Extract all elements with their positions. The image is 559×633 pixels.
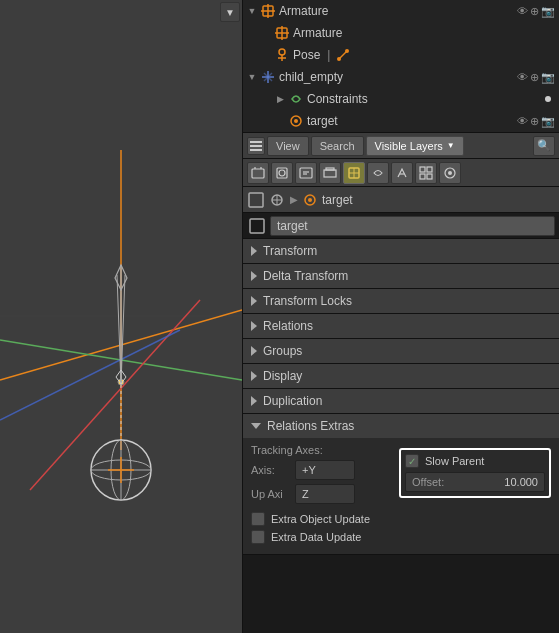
tracking-axes-label: Tracking Axes: [251, 444, 323, 456]
bone-icon [335, 47, 351, 63]
pose-icon [274, 47, 290, 63]
section-transform-header[interactable]: Transform [243, 239, 559, 263]
armature-icon [260, 3, 276, 19]
pose-separator: | [327, 48, 330, 62]
section-groups-header[interactable]: Groups [243, 339, 559, 363]
modifiers-icon [395, 166, 409, 180]
offset-field[interactable]: Offset: 10.000 [405, 472, 545, 492]
outliner-icons-target: 👁 ⊕ 📷 [517, 115, 555, 128]
constraints-prop-icon [371, 166, 385, 180]
collapse-child-empty[interactable]: ▼ [247, 72, 257, 82]
outliner-item-target[interactable]: ▶ target 👁 ⊕ 📷 [271, 110, 559, 132]
viewport-menu-btn[interactable]: ▼ [220, 2, 240, 22]
prop-icon-modifiers[interactable] [391, 162, 413, 184]
prop-icon-object[interactable] [343, 162, 365, 184]
breadcrumb-arrow: ▶ [290, 194, 298, 205]
section-relations-header[interactable]: Relations [243, 314, 559, 338]
camera-icon-target[interactable]: 📷 [541, 115, 555, 128]
up-axis-label: Up Axi [251, 488, 291, 500]
outliner-label-armature-child: Armature [293, 26, 342, 40]
prop-icon-constraints[interactable] [367, 162, 389, 184]
eye-icon-target[interactable]: 👁 [517, 115, 528, 128]
search-icon-btn[interactable]: 🔍 [533, 136, 555, 156]
eye-icon-armature[interactable]: 👁 [517, 5, 528, 18]
section-relations-extras-header[interactable]: Relations Extras [243, 414, 559, 438]
breadcrumb-icons [247, 191, 286, 209]
search-menu-btn[interactable]: Search [311, 136, 364, 156]
section-transform-locks: Transform Locks [243, 289, 559, 314]
camera-icon-empty[interactable]: 📷 [541, 71, 555, 84]
triangle-duplication [251, 396, 257, 406]
svg-rect-43 [252, 169, 264, 178]
offset-label: Offset: [406, 476, 450, 488]
target-input-area: target [243, 213, 559, 239]
collapse-armature-child[interactable]: ▶ [261, 28, 271, 38]
svg-rect-51 [324, 170, 336, 177]
prop-icon-scene[interactable] [247, 162, 269, 184]
right-panel: ▼ Armature 👁 ⊕ 📷 ▶ Armature [242, 0, 559, 633]
section-display-label: Display [263, 369, 302, 383]
section-delta-transform: Delta Transform [243, 264, 559, 289]
object-name-input[interactable]: target [270, 216, 555, 236]
outliner-item-constraints[interactable]: ▶ Constraints [271, 88, 559, 110]
camera-icon-armature[interactable]: 📷 [541, 5, 555, 18]
section-delta-transform-header[interactable]: Delta Transform [243, 264, 559, 288]
section-duplication-header[interactable]: Duplication [243, 389, 559, 413]
up-axis-row: Up Axi Z [251, 484, 391, 504]
triangle-transform-locks [251, 296, 257, 306]
outliner-item-child-empty[interactable]: ▼ child_empty 👁 ⊕ 📷 [243, 66, 559, 88]
constraints-list-icon [288, 91, 304, 107]
svg-rect-60 [427, 174, 432, 179]
extra-object-checkbox[interactable]: ✓ [251, 512, 265, 526]
outliner-item-armature-parent[interactable]: ▼ Armature 👁 ⊕ 📷 [243, 0, 559, 22]
axis-value-field[interactable]: +Y [295, 460, 355, 480]
properties-area: View Search Visible Layers ▼ 🔍 [243, 133, 559, 633]
outliner-label-child-empty: child_empty [279, 70, 343, 84]
section-groups: Groups [243, 339, 559, 364]
prop-icon-data[interactable] [415, 162, 437, 184]
outliner-mode-icon[interactable] [247, 137, 265, 155]
breadcrumb-bar: ▶ target [243, 187, 559, 213]
relations-extras-content: Tracking Axes: Axis: +Y Up Axi [243, 438, 559, 554]
slow-parent-row: ✓ Slow Parent [405, 454, 545, 468]
visible-layers-btn[interactable]: Visible Layers ▼ [366, 136, 464, 156]
outliner-label-target: target [307, 114, 338, 128]
prop-icon-material[interactable] [439, 162, 461, 184]
list-icon [249, 139, 263, 153]
armature-child-icon [274, 25, 290, 41]
tracking-axes-label-row: Tracking Axes: [251, 444, 391, 456]
outliner-item-pose[interactable]: ▶ Pose | [257, 44, 559, 66]
outliner-label-pose: Pose [293, 48, 320, 62]
eye-icon-empty[interactable]: 👁 [517, 71, 528, 84]
cursor-icon-target[interactable]: ⊕ [530, 115, 539, 128]
object-icon [347, 166, 361, 180]
collapse-armature[interactable]: ▼ [247, 6, 257, 16]
up-axis-value: Z [302, 488, 309, 500]
view-menu-label: View [276, 140, 300, 152]
up-axis-value-field[interactable]: Z [295, 484, 355, 504]
svg-rect-41 [250, 145, 262, 147]
visible-layers-label: Visible Layers [375, 140, 443, 152]
header-bar: View Search Visible Layers ▼ 🔍 [243, 133, 559, 159]
slow-parent-checkbox[interactable]: ✓ [405, 454, 419, 468]
section-transform-locks-header[interactable]: Transform Locks [243, 289, 559, 313]
extra-data-checkbox[interactable]: ✓ [251, 530, 265, 544]
cursor-icon-armature[interactable]: ⊕ [530, 5, 539, 18]
view-menu-btn[interactable]: View [267, 136, 309, 156]
svg-point-39 [294, 119, 298, 123]
prop-icon-output[interactable] [295, 162, 317, 184]
search-icon: 🔍 [537, 139, 551, 152]
target-icon [288, 113, 304, 129]
cursor-icon-empty[interactable]: ⊕ [530, 71, 539, 84]
section-delta-transform-label: Delta Transform [263, 269, 348, 283]
section-display-header[interactable]: Display [243, 364, 559, 388]
triangle-relations-extras [251, 423, 261, 429]
triangle-groups [251, 346, 257, 356]
collapse-constraints[interactable]: ▶ [275, 94, 285, 104]
dropdown-arrow-icon: ▼ [447, 141, 455, 150]
outliner-item-armature-child[interactable]: ▶ Armature [257, 22, 559, 44]
3d-viewport[interactable]: ▼ [0, 0, 242, 633]
target-input-cube-icon [247, 216, 267, 236]
prop-icon-render[interactable] [271, 162, 293, 184]
prop-icon-view-layer[interactable] [319, 162, 341, 184]
